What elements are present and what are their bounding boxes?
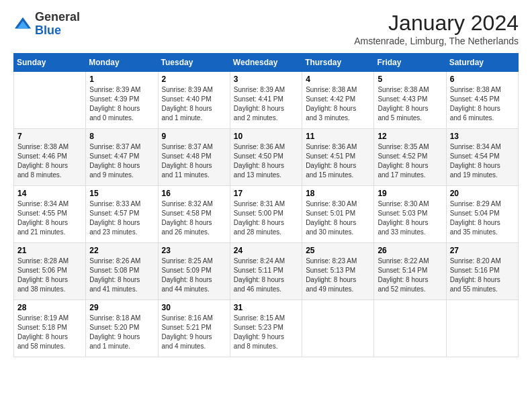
day-info: Sunrise: 8:22 AM Sunset: 5:14 PM Dayligh… [378, 257, 442, 294]
day-number: 12 [378, 132, 442, 141]
day-number: 16 [162, 189, 226, 198]
col-header-sunday: Sunday [14, 54, 86, 72]
calendar-cell: 23Sunrise: 8:25 AM Sunset: 5:09 PM Dayli… [158, 243, 230, 300]
calendar-cell [14, 72, 86, 129]
calendar-cell: 27Sunrise: 8:20 AM Sunset: 5:16 PM Dayli… [446, 243, 518, 300]
calendar-cell: 21Sunrise: 8:28 AM Sunset: 5:06 PM Dayli… [14, 243, 86, 300]
logo-general: General [35, 10, 80, 24]
day-number: 3 [234, 75, 298, 84]
day-number: 27 [450, 246, 515, 255]
day-number: 21 [17, 246, 82, 255]
day-info: Sunrise: 8:34 AM Sunset: 4:55 PM Dayligh… [17, 199, 82, 237]
calendar-cell: 20Sunrise: 8:29 AM Sunset: 5:04 PM Dayli… [446, 186, 518, 243]
calendar-cell: 6Sunrise: 8:38 AM Sunset: 4:45 PM Daylig… [446, 72, 518, 129]
calendar-cell: 3Sunrise: 8:39 AM Sunset: 4:41 PM Daylig… [230, 72, 302, 129]
day-number: 14 [17, 189, 82, 198]
calendar-cell: 26Sunrise: 8:22 AM Sunset: 5:14 PM Dayli… [374, 243, 446, 300]
day-info: Sunrise: 8:18 AM Sunset: 5:20 PM Dayligh… [89, 314, 154, 351]
location: Amstenrade, Limburg, The Netherlands [354, 36, 519, 46]
calendar-header-row: SundayMondayTuesdayWednesdayThursdayFrid… [14, 54, 519, 72]
day-number: 29 [89, 303, 154, 312]
day-info: Sunrise: 8:33 AM Sunset: 4:57 PM Dayligh… [89, 199, 154, 237]
calendar-cell: 4Sunrise: 8:38 AM Sunset: 4:42 PM Daylig… [302, 72, 374, 129]
calendar-cell: 1Sunrise: 8:39 AM Sunset: 4:39 PM Daylig… [86, 72, 158, 129]
calendar-cell: 11Sunrise: 8:36 AM Sunset: 4:51 PM Dayli… [302, 129, 374, 186]
calendar-cell: 9Sunrise: 8:37 AM Sunset: 4:48 PM Daylig… [158, 129, 230, 186]
day-number: 18 [306, 189, 370, 198]
day-number: 15 [89, 189, 154, 198]
week-row-1: 1Sunrise: 8:39 AM Sunset: 4:39 PM Daylig… [14, 72, 519, 129]
day-info: Sunrise: 8:38 AM Sunset: 4:46 PM Dayligh… [17, 142, 82, 180]
calendar-cell: 17Sunrise: 8:31 AM Sunset: 5:00 PM Dayli… [230, 186, 302, 243]
col-header-wednesday: Wednesday [230, 54, 302, 72]
day-info: Sunrise: 8:24 AM Sunset: 5:11 PM Dayligh… [234, 257, 298, 294]
day-number: 22 [89, 246, 154, 255]
calendar-cell: 16Sunrise: 8:32 AM Sunset: 4:58 PM Dayli… [158, 186, 230, 243]
week-row-2: 7Sunrise: 8:38 AM Sunset: 4:46 PM Daylig… [14, 129, 519, 186]
day-info: Sunrise: 8:16 AM Sunset: 5:21 PM Dayligh… [162, 314, 226, 351]
day-number: 9 [162, 132, 226, 141]
day-info: Sunrise: 8:26 AM Sunset: 5:08 PM Dayligh… [89, 257, 154, 294]
calendar-cell: 18Sunrise: 8:30 AM Sunset: 5:01 PM Dayli… [302, 186, 374, 243]
page-header: General Blue January 2024 Amstenrade, Li… [13, 11, 519, 46]
calendar-cell: 28Sunrise: 8:19 AM Sunset: 5:18 PM Dayli… [14, 300, 86, 357]
calendar-cell: 24Sunrise: 8:24 AM Sunset: 5:11 PM Dayli… [230, 243, 302, 300]
day-number: 10 [234, 132, 298, 141]
day-number: 6 [450, 75, 515, 84]
day-number: 11 [306, 132, 370, 141]
day-number: 28 [17, 303, 82, 312]
day-info: Sunrise: 8:35 AM Sunset: 4:52 PM Dayligh… [378, 142, 442, 180]
calendar-cell: 29Sunrise: 8:18 AM Sunset: 5:20 PM Dayli… [86, 300, 158, 357]
day-number: 19 [378, 189, 442, 198]
calendar-cell: 5Sunrise: 8:38 AM Sunset: 4:43 PM Daylig… [374, 72, 446, 129]
calendar-cell: 12Sunrise: 8:35 AM Sunset: 4:52 PM Dayli… [374, 129, 446, 186]
day-info: Sunrise: 8:34 AM Sunset: 4:54 PM Dayligh… [450, 142, 515, 180]
day-info: Sunrise: 8:38 AM Sunset: 4:42 PM Dayligh… [306, 85, 370, 123]
col-header-tuesday: Tuesday [158, 54, 230, 72]
day-number: 4 [306, 75, 370, 84]
calendar-cell: 14Sunrise: 8:34 AM Sunset: 4:55 PM Dayli… [14, 186, 86, 243]
day-info: Sunrise: 8:36 AM Sunset: 4:50 PM Dayligh… [234, 142, 298, 180]
week-row-5: 28Sunrise: 8:19 AM Sunset: 5:18 PM Dayli… [14, 300, 519, 357]
day-number: 20 [450, 189, 515, 198]
day-info: Sunrise: 8:38 AM Sunset: 4:43 PM Dayligh… [378, 85, 442, 123]
day-number: 24 [234, 246, 298, 255]
day-info: Sunrise: 8:39 AM Sunset: 4:41 PM Dayligh… [234, 85, 298, 123]
day-info: Sunrise: 8:39 AM Sunset: 4:40 PM Dayligh… [162, 85, 226, 123]
calendar-cell: 13Sunrise: 8:34 AM Sunset: 4:54 PM Dayli… [446, 129, 518, 186]
calendar-cell: 7Sunrise: 8:38 AM Sunset: 4:46 PM Daylig… [14, 129, 86, 186]
logo-blue: Blue [35, 24, 61, 37]
calendar-cell: 19Sunrise: 8:30 AM Sunset: 5:03 PM Dayli… [374, 186, 446, 243]
calendar-cell: 15Sunrise: 8:33 AM Sunset: 4:57 PM Dayli… [86, 186, 158, 243]
day-info: Sunrise: 8:23 AM Sunset: 5:13 PM Dayligh… [306, 257, 370, 294]
day-number: 7 [17, 132, 82, 141]
day-info: Sunrise: 8:31 AM Sunset: 5:00 PM Dayligh… [234, 199, 298, 237]
day-number: 1 [89, 75, 154, 84]
logo-text: General Blue [35, 11, 80, 38]
calendar-cell: 2Sunrise: 8:39 AM Sunset: 4:40 PM Daylig… [158, 72, 230, 129]
col-header-monday: Monday [86, 54, 158, 72]
day-info: Sunrise: 8:30 AM Sunset: 5:03 PM Dayligh… [378, 199, 442, 237]
calendar-cell: 10Sunrise: 8:36 AM Sunset: 4:50 PM Dayli… [230, 129, 302, 186]
col-header-friday: Friday [374, 54, 446, 72]
day-number: 25 [306, 246, 370, 255]
day-info: Sunrise: 8:19 AM Sunset: 5:18 PM Dayligh… [17, 314, 82, 351]
logo-icon [13, 15, 32, 34]
col-header-thursday: Thursday [302, 54, 374, 72]
day-info: Sunrise: 8:25 AM Sunset: 5:09 PM Dayligh… [162, 257, 226, 294]
day-number: 26 [378, 246, 442, 255]
day-number: 2 [162, 75, 226, 84]
day-number: 17 [234, 189, 298, 198]
day-info: Sunrise: 8:38 AM Sunset: 4:45 PM Dayligh… [450, 85, 515, 123]
day-info: Sunrise: 8:28 AM Sunset: 5:06 PM Dayligh… [17, 257, 82, 294]
day-number: 8 [89, 132, 154, 141]
calendar-cell [302, 300, 374, 357]
calendar-table: SundayMondayTuesdayWednesdayThursdayFrid… [13, 53, 519, 357]
day-number: 30 [162, 303, 226, 312]
day-info: Sunrise: 8:29 AM Sunset: 5:04 PM Dayligh… [450, 199, 515, 237]
calendar-cell: 31Sunrise: 8:15 AM Sunset: 5:23 PM Dayli… [230, 300, 302, 357]
day-info: Sunrise: 8:36 AM Sunset: 4:51 PM Dayligh… [306, 142, 370, 180]
week-row-3: 14Sunrise: 8:34 AM Sunset: 4:55 PM Dayli… [14, 186, 519, 243]
calendar-cell: 30Sunrise: 8:16 AM Sunset: 5:21 PM Dayli… [158, 300, 230, 357]
col-header-saturday: Saturday [446, 54, 518, 72]
